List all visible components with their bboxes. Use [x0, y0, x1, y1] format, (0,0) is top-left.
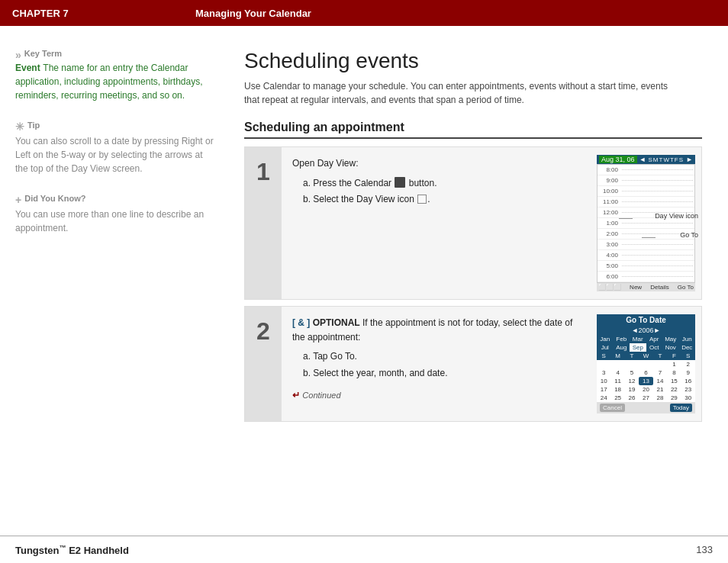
- cal2-month-mar: Mar: [630, 335, 646, 343]
- cal2-footer: Cancel Today: [597, 402, 695, 413]
- cal2-weekdays: SMTWTFS: [597, 352, 695, 360]
- today-button[interactable]: Today: [670, 404, 692, 412]
- day-view-icon-small: [417, 195, 427, 204]
- key-term-label: Key Term: [24, 49, 62, 58]
- cal2-day-empty3: [625, 360, 639, 368]
- cal2-month-jun: Jun: [679, 335, 696, 343]
- cal2-day-24: 24: [597, 394, 610, 402]
- cal2-months-row2: Jul Aug Sep Oct Nov Dec: [597, 343, 695, 352]
- cal2-day-empty1: [597, 360, 610, 368]
- cal2-header: Go To Date: [597, 314, 695, 326]
- cal2-month-aug: Aug: [614, 343, 630, 352]
- cal2-day-18: 18: [610, 385, 624, 394]
- step-2-a: a. Tap Go To.: [303, 349, 583, 364]
- cal2-day-empty5: [653, 360, 667, 368]
- cal2-day-16: 16: [681, 377, 695, 385]
- go-to-label: Go To: [680, 231, 698, 239]
- continued-label: Continued: [302, 391, 340, 400]
- cal2-day-26: 26: [625, 394, 639, 402]
- cal2-month-may: May: [662, 335, 679, 343]
- tip-section: ✳ Tip You can also scroll to a date by p…: [15, 121, 214, 175]
- cancel-button[interactable]: Cancel: [600, 404, 625, 412]
- cal2-month-dec: Dec: [679, 343, 696, 352]
- cal2-days: 1 2 3 4 5 6 7 8 9 10 11 12 13 14: [597, 360, 695, 402]
- cal2-month-jul: Jul: [597, 343, 614, 352]
- header-title: Managing Your Calendar: [195, 8, 311, 19]
- step-2-content: [ & ] OPTIONAL If the appointment is not…: [282, 307, 591, 421]
- tip-header: ✳ Tip: [15, 121, 214, 133]
- step-1-box: 1 Open Day View: a. Press the Calendar b…: [244, 146, 702, 300]
- cal2-day-14: 14: [653, 377, 667, 385]
- step-2-b: b. Select the year, month, and date.: [303, 366, 583, 381]
- step-1-image: Aug 31, 06 ◄ SMTWTFS ► 8:00 9:00 10:00 1…: [591, 147, 701, 299]
- tip-body: You can also scroll to a date by pressin…: [15, 134, 214, 175]
- brand-name: Tungsten™ E2 Handheld: [15, 545, 129, 556]
- cal1-date: Aug 31, 06: [599, 156, 637, 163]
- step-2-a-text: Tap Go To.: [313, 351, 357, 362]
- cal1-footer: ⬜⬜⬜ New Details Go To: [597, 283, 695, 291]
- continued-arrow: ↵: [292, 390, 302, 401]
- cal2-day-19: 19: [625, 385, 639, 394]
- cal1-body: 8:00 9:00 10:00 11:00 12:00 1:00 2:00 3:…: [597, 164, 695, 283]
- cal2-month-sep: Sep: [630, 343, 646, 352]
- step-1-button-label: button.: [409, 178, 437, 188]
- cal2-day-1: 1: [667, 360, 681, 368]
- step-1-b-period: .: [427, 194, 430, 204]
- cal2-month-feb: Feb: [614, 335, 630, 343]
- cal2-day-17: 17: [597, 385, 610, 394]
- section-heading: Scheduling an appointment: [244, 121, 702, 139]
- header-bar: CHAPTER 7 Managing Your Calendar: [0, 0, 728, 26]
- step-2-number: 2: [245, 307, 282, 421]
- cal2-day-23: 23: [681, 385, 695, 394]
- key-term-section: » Key Term Event The name for an entry t…: [15, 49, 214, 102]
- step-1-b-text: Select the Day View icon: [313, 194, 414, 204]
- cal2-day-empty2: [610, 360, 624, 368]
- calendar-icon: [395, 177, 405, 188]
- cal2-day-empty4: [639, 360, 652, 368]
- cal2-day-25: 25: [610, 394, 624, 402]
- cal2-month-jan: Jan: [597, 335, 614, 343]
- cal2-day-11: 11: [610, 377, 624, 385]
- page-title: Scheduling events: [244, 49, 705, 73]
- step-1-b: b. Select the Day View icon .: [303, 192, 583, 207]
- go-to-arrow: ——: [642, 233, 656, 241]
- cal2-day-6: 6: [639, 368, 652, 377]
- step-1-b-label: b.: [303, 194, 313, 204]
- tip-icon: ✳: [15, 121, 24, 133]
- cal2-day-8: 8: [667, 368, 681, 377]
- cal2-day-29: 29: [667, 394, 681, 402]
- dyk-icon: +: [15, 194, 21, 206]
- optional-label: OPTIONAL: [313, 317, 360, 328]
- cal2-day-10: 10: [597, 377, 610, 385]
- cal2-day-5: 5: [625, 368, 639, 377]
- main-content: » Key Term Event The name for an entry t…: [0, 26, 728, 536]
- day-view-calendar: Aug 31, 06 ◄ SMTWTFS ► 8:00 9:00 10:00 1…: [597, 155, 695, 291]
- cal2-day-3: 3: [597, 368, 610, 377]
- cal2-day-7: 7: [653, 368, 667, 377]
- dyk-label: Did You Know?: [24, 194, 85, 203]
- cal1-header: Aug 31, 06 ◄ SMTWTFS ►: [597, 155, 695, 164]
- cal2-day-9: 9: [681, 368, 695, 377]
- key-term-body: Event The name for an entry the Calendar…: [15, 61, 214, 102]
- page-intro: Use Calendar to manage your schedule. Yo…: [244, 79, 672, 107]
- step-1-action: Open Day View:: [292, 156, 583, 171]
- step-1-a: a. Press the Calendar button.: [303, 175, 583, 191]
- cal2-day-12: 12: [625, 377, 639, 385]
- step-2-image: Go To Date ◄ 2006 ► Jan Feb Mar Apr May …: [591, 307, 701, 421]
- cal2-month-nov: Nov: [662, 343, 679, 352]
- key-term-header: » Key Term: [15, 49, 214, 61]
- step-1-a-text: Press the Calendar: [313, 178, 391, 188]
- cal2-day-28: 28: [653, 394, 667, 402]
- cal1-arrow-right: ►: [686, 156, 693, 163]
- footer-brand: Tungsten™ E2 Handheld: [15, 543, 129, 555]
- step-2-b-text: Select the year, month, and date.: [313, 368, 447, 378]
- cal2-month-oct: Oct: [646, 343, 663, 352]
- cal2-year-row: ◄ 2006 ►: [597, 326, 695, 335]
- go-to-date-calendar: Go To Date ◄ 2006 ► Jan Feb Mar Apr May …: [597, 314, 695, 413]
- cal2-day-13: 13: [639, 377, 652, 385]
- step-1-a-label: a.: [303, 178, 313, 188]
- tip-label: Tip: [27, 121, 40, 130]
- chapter-label: CHAPTER 7: [12, 8, 195, 19]
- cal2-day-20: 20: [639, 385, 652, 394]
- cal2-day-21: 21: [653, 385, 667, 394]
